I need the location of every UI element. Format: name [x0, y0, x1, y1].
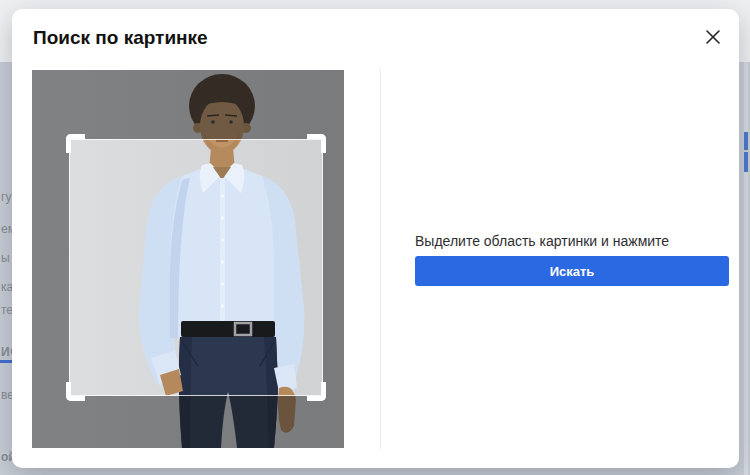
crop-handle-top-left[interactable]	[66, 134, 85, 153]
crop-handle-bottom-left[interactable]	[66, 382, 85, 401]
crop-selection[interactable]	[69, 139, 323, 396]
page-scrollbar-track	[744, 62, 748, 475]
page-scrollbar-gap	[744, 150, 748, 152]
background-text-fragment: ы	[1, 251, 10, 265]
close-icon	[706, 30, 720, 44]
panel-divider	[380, 69, 381, 449]
crop-handle-bottom-right[interactable]	[307, 382, 326, 401]
crop-image-panel[interactable]	[32, 70, 344, 448]
close-button[interactable]	[698, 22, 728, 52]
crop-handle-top-right[interactable]	[307, 134, 326, 153]
modal-title: Поиск по картинке	[33, 27, 208, 49]
search-by-image-modal: Поиск по картинке	[12, 9, 739, 468]
instruction-text: Выделите область картинки и нажмите	[415, 233, 669, 249]
page-scrollbar-thumb	[744, 132, 748, 172]
search-button[interactable]: Искать	[415, 256, 729, 286]
background-text-fragment: гу	[1, 190, 11, 204]
